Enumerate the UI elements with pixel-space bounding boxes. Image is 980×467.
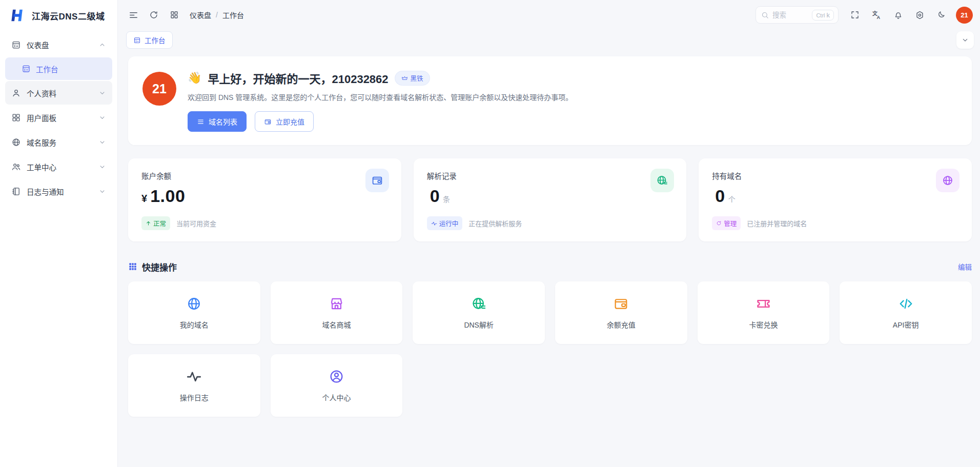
language-button[interactable] [867, 6, 886, 24]
recharge-button[interactable]: 立即充值 [255, 111, 314, 132]
store-icon [329, 296, 344, 312]
stat-value: 0 [715, 186, 725, 206]
chevron-down-icon [98, 188, 106, 195]
stat-unit: 条 [443, 194, 450, 204]
dark-mode-toggle[interactable] [932, 6, 950, 24]
globe-icon [186, 296, 202, 312]
tile-api-keys[interactable]: API密钥 [840, 281, 972, 344]
globe-dns-icon [471, 296, 487, 312]
trend-up-icon [146, 220, 151, 226]
sidebar-item-ticket-center[interactable]: 工单中心 [5, 155, 112, 178]
tab-workbench[interactable]: 工作台 [126, 31, 173, 49]
stat-value: 0 [430, 186, 440, 206]
stats-row: 账户余额 ¥ 1.00 正常 当前可用资金 [128, 158, 972, 241]
sidebar-item-logs-notifications[interactable]: 日志与通知 [5, 179, 112, 203]
tile-personal-center[interactable]: 个人中心 [271, 354, 403, 417]
section-title: 快捷操作 [142, 260, 177, 273]
sidebar-menu: 仪表盘 工作台 个人资料 用户面板 域名服务 [0, 31, 117, 205]
status-badge: 运行中 [427, 216, 463, 230]
sidebar-item-domain-service[interactable]: 域名服务 [5, 130, 112, 154]
sidebar-item-label: 用户面板 [27, 112, 56, 123]
tile-dns-resolution[interactable]: DNS解析 [413, 281, 545, 344]
greeting-text: 早上好，开始新的一天，210232862 [208, 70, 388, 86]
search-input[interactable] [772, 11, 808, 19]
welcome-card: 21 👋 早上好，开始新的一天，210232862 黑铁 欢迎回到 DNS 管理… [128, 56, 972, 145]
logo-row[interactable]: 江海云DNS二级域 [0, 0, 117, 31]
users-icon [11, 162, 21, 172]
tile-my-domains[interactable]: 我的域名 [128, 281, 260, 344]
chevron-down-icon [98, 163, 106, 171]
avatar: 21 [142, 72, 176, 106]
sidebar-collapse-button[interactable] [124, 6, 142, 24]
list-icon [197, 118, 205, 126]
search-shortcut-hint: Ctrlk [812, 10, 834, 21]
stat-card-balance: 账户余额 ¥ 1.00 正常 当前可用资金 [128, 158, 401, 241]
tab-label: 工作台 [145, 35, 166, 45]
sidebar-item-workbench[interactable]: 工作台 [5, 57, 112, 80]
ticket-icon [756, 296, 771, 312]
tile-operation-logs[interactable]: 操作日志 [128, 354, 260, 417]
tier-badge: 黑铁 [395, 71, 430, 86]
stat-title: 解析记录 [427, 170, 673, 181]
stat-title: 账户余额 [141, 170, 388, 181]
search-box[interactable]: Ctrlk [756, 6, 839, 24]
dashboard-icon [11, 40, 21, 50]
globe-icon [11, 137, 21, 147]
breadcrumb-workbench[interactable]: 工作台 [222, 10, 244, 20]
content: 21 👋 早上好，开始新的一天，210232862 黑铁 欢迎回到 DNS 管理… [118, 50, 980, 467]
stat-card-domains: 持有域名 0 个 管理 已注册并管理的域名 [699, 158, 972, 241]
apps-menu-button[interactable] [165, 6, 183, 24]
activity-icon [186, 369, 202, 384]
user-icon [11, 88, 21, 98]
globe-dns-icon [650, 169, 674, 192]
edit-link[interactable]: 编辑 [958, 261, 972, 272]
top-navbar: 仪表盘 / 工作台 Ctrlk 21 [118, 0, 980, 30]
app-root: 江海云DNS二级域 仪表盘 工作台 个人资料 用户面板 [0, 0, 980, 467]
stat-description: 已注册并管理的域名 [747, 218, 807, 228]
grid-icon [11, 113, 21, 123]
wallet-icon [264, 118, 272, 126]
tabbar-collapse-button[interactable] [956, 31, 974, 49]
sidebar-item-label: 个人资料 [27, 88, 56, 98]
wallet-icon [613, 296, 629, 312]
main-column: 仪表盘 / 工作台 Ctrlk 21 工 [118, 0, 980, 467]
tile-balance-recharge[interactable]: 余额充值 [555, 281, 687, 344]
fullscreen-button[interactable] [846, 6, 864, 24]
stat-value: 1.00 [150, 186, 185, 206]
avatar[interactable]: 21 [956, 7, 973, 24]
welcome-subtitle: 欢迎回到 DNS 管理系统。这里是您的个人工作台，您可以随时查看域名解析状态、管… [188, 92, 573, 102]
status-badge: 管理 [712, 216, 741, 230]
tile-domain-mall[interactable]: 域名商城 [271, 281, 403, 344]
refresh-button[interactable] [145, 6, 163, 24]
settings-button[interactable] [910, 6, 929, 24]
chevron-down-icon [98, 114, 106, 121]
notebook-icon [11, 187, 21, 196]
currency-symbol: ¥ [141, 193, 147, 205]
sidebar-item-profile[interactable]: 个人资料 [5, 81, 112, 105]
stat-description: 正在提供解析服务 [468, 218, 522, 228]
notifications-button[interactable] [889, 6, 907, 24]
tile-card-redeem[interactable]: 卡密兑换 [698, 281, 830, 344]
chevron-up-icon [98, 41, 106, 49]
status-badge: 正常 [141, 216, 170, 230]
breadcrumb-dashboard[interactable]: 仪表盘 [190, 10, 211, 20]
code-icon [898, 296, 914, 312]
stat-card-records: 解析记录 0 条 运行中 正在提供解析服务 [414, 158, 687, 241]
globe-icon [936, 169, 959, 192]
breadcrumb-separator: / [216, 11, 218, 19]
breadcrumb: 仪表盘 / 工作台 [190, 10, 244, 20]
pulse-icon [431, 220, 437, 227]
sidebar-item-label: 仪表盘 [27, 39, 49, 50]
sidebar-item-dashboard[interactable]: 仪表盘 [5, 33, 112, 56]
sidebar: 江海云DNS二级域 仪表盘 工作台 个人资料 用户面板 [0, 0, 118, 467]
brand-logo-icon [8, 6, 27, 25]
tab-bar: 工作台 [118, 30, 980, 50]
stat-unit: 个 [728, 194, 736, 204]
sync-icon [716, 220, 722, 226]
sidebar-item-label: 日志与通知 [27, 186, 64, 197]
search-icon [761, 11, 769, 19]
domain-list-button[interactable]: 域名列表 [188, 111, 247, 132]
quick-actions-section: 快捷操作 编辑 我的域名 域名商城 DNS解析 [128, 259, 972, 417]
sidebar-item-user-panel[interactable]: 用户面板 [5, 106, 112, 129]
app-title: 江海云DNS二级域 [32, 9, 105, 22]
